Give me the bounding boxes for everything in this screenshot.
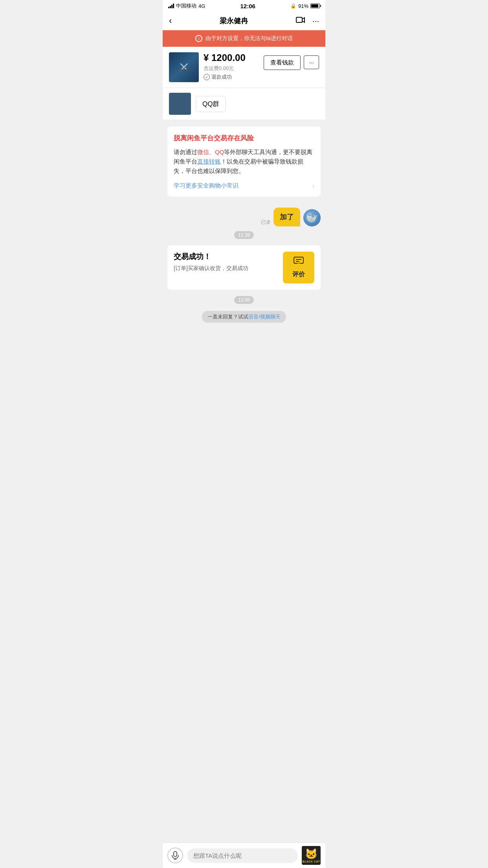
- page-title: 梁永健冉: [220, 16, 248, 26]
- read-status: 已读: [261, 219, 270, 226]
- chat-area: 已读 加了 🦭 11:39 交易成功！ [订单]买家确认收货，交易成功 评价: [163, 201, 325, 331]
- product-shipping: 含运费0.00元: [204, 65, 259, 72]
- svg-rect-0: [296, 17, 302, 22]
- qq-label[interactable]: QQ群: [196, 96, 226, 112]
- video-call-icon[interactable]: [296, 16, 305, 26]
- review-button[interactable]: 评价: [283, 252, 314, 283]
- product-info: ¥ 1200.00 含运费0.00元 ✓ 退款成功: [204, 52, 259, 81]
- warning-text: 由于对方设置，你无法与ta进行对话: [205, 35, 293, 42]
- risk-body: 请勿通过微信、QQ等外部聊天工具沟通，更不要脱离闲鱼平台直接转账！以免在交易中被…: [174, 147, 314, 176]
- qq-item: QQ群: [163, 88, 325, 122]
- review-label: 评价: [292, 270, 305, 279]
- transaction-desc: [订单]买家确认收货，交易成功: [174, 265, 283, 272]
- nav-actions: ···: [296, 16, 319, 26]
- hint-bubble: 一直未回复？试试语音/视频聊天: [202, 311, 286, 323]
- audio-video-link[interactable]: 语音/视频聊天: [248, 314, 281, 320]
- status-bar: 中国移动 4G 12:06 🔒 91%: [163, 0, 325, 12]
- transaction-info: 交易成功！ [订单]买家确认收货，交易成功: [174, 252, 283, 283]
- status-right: 🔒 91%: [290, 3, 320, 9]
- message-bubble: 加了: [273, 208, 300, 226]
- safety-tips-link[interactable]: 学习更多安全购物小常识 ›: [174, 182, 314, 189]
- product-actions: 查看钱款 ···: [264, 55, 319, 70]
- more-button[interactable]: ···: [304, 55, 319, 69]
- risk-card: 脱离闲鱼平台交易存在风险 请勿通过微信、QQ等外部聊天工具沟通，更不要脱离闲鱼平…: [167, 127, 321, 197]
- product-price: ¥ 1200.00: [204, 52, 259, 63]
- view-money-button[interactable]: 查看钱款: [264, 55, 301, 70]
- qq-thumbnail: [169, 93, 191, 115]
- timestamp-1139: 11:39: [163, 228, 325, 242]
- message-sent: 已读 加了 🦭: [163, 206, 325, 228]
- chevron-right-icon: ›: [312, 182, 314, 189]
- info-icon: i: [195, 35, 202, 42]
- carrier-label: 中国移动: [176, 2, 196, 9]
- hint-message: 一直未回复？试试语音/视频聊天: [163, 307, 325, 327]
- product-image: ⚔️: [169, 52, 199, 82]
- transaction-card: 交易成功！ [订单]买家确认收货，交易成功 评价: [167, 245, 321, 290]
- product-card: ⚔️ ¥ 1200.00 含运费0.00元 ✓ 退款成功 查看钱款 ···: [163, 47, 325, 88]
- status-left: 中国移动 4G: [168, 2, 205, 9]
- more-options-button[interactable]: ···: [312, 17, 319, 26]
- battery-percent: 91%: [298, 3, 308, 9]
- svg-rect-1: [294, 257, 303, 263]
- user-avatar: 🦭: [303, 209, 321, 226]
- back-button[interactable]: ‹: [169, 16, 172, 26]
- network-label: 4G: [198, 3, 205, 9]
- nav-bar: ‹ 梁永健冉 ···: [163, 12, 325, 30]
- comment-icon: [293, 256, 304, 268]
- status-time: 12:06: [240, 3, 255, 9]
- lock-icon: 🔒: [290, 3, 296, 9]
- signal-icon: [168, 4, 174, 8]
- check-icon: ✓: [204, 74, 210, 80]
- timestamp-1206: 12:06: [163, 293, 325, 307]
- risk-title: 脱离闲鱼平台交易存在风险: [174, 134, 314, 143]
- transaction-title: 交易成功！: [174, 252, 283, 262]
- battery-icon: [310, 4, 320, 8]
- product-status: ✓ 退款成功: [204, 74, 259, 81]
- avatar: 🦭: [303, 209, 321, 226]
- warning-banner: i 由于对方设置，你无法与ta进行对话: [163, 30, 325, 47]
